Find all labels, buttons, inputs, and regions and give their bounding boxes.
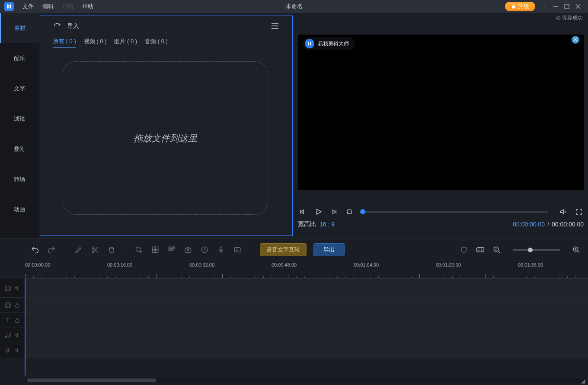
ruler-mark: 00:01:36.00 (518, 262, 543, 267)
tab-image[interactable]: 图片 ( 0 ) (114, 38, 137, 48)
watermark-logo-icon (305, 39, 314, 48)
close-icon[interactable] (572, 1, 584, 12)
play-icon[interactable] (313, 207, 323, 216)
track-video-2[interactable] (0, 298, 588, 313)
ruler-mark: 00:00:48.00 (272, 262, 297, 267)
sidebar-item-animation[interactable]: 动画 (0, 194, 39, 225)
menu-help[interactable]: 帮助 (78, 0, 98, 13)
timeline-scrollbar-thumb[interactable] (27, 379, 157, 382)
grid-icon[interactable] (167, 245, 176, 255)
fit-icon[interactable] (476, 245, 485, 255)
tab-audio[interactable]: 音频 ( 0 ) (145, 38, 168, 48)
music-icon (4, 332, 11, 339)
volume-small-icon (14, 347, 21, 354)
volume-icon[interactable] (559, 207, 568, 216)
mic-icon[interactable] (216, 245, 226, 255)
time-separator: / (547, 221, 549, 228)
timeline-scrollbar[interactable] (25, 378, 584, 382)
progress-thumb[interactable] (360, 209, 365, 214)
refresh-icon[interactable] (53, 22, 61, 30)
sidebar-item-music[interactable]: 配乐 (0, 43, 39, 73)
svg-rect-26 (185, 248, 191, 252)
svg-rect-30 (234, 248, 240, 252)
trash-icon[interactable] (107, 245, 116, 255)
track-head-video-1[interactable] (0, 279, 25, 297)
sidebar-item-transition[interactable]: 转场 (0, 164, 39, 194)
pencil-icon[interactable] (74, 245, 83, 255)
minimize-icon[interactable] (550, 1, 561, 12)
mosaic-icon[interactable] (150, 245, 160, 255)
svg-rect-31 (477, 248, 484, 252)
menu-export[interactable]: 导出 (58, 0, 78, 13)
upper-region: 素材 配乐 文字 滤镜 叠附 转场 动画 导入 所有 ( 0 ) 视频 ( 0 … (0, 13, 588, 238)
more-icon[interactable]: ⋮ (539, 1, 550, 12)
menu-edit[interactable]: 编辑 (38, 0, 58, 13)
track-text[interactable] (0, 313, 588, 328)
progress-slider[interactable] (360, 211, 548, 213)
menu-file[interactable]: 文件 (18, 0, 38, 13)
import-button[interactable]: 导入 (67, 22, 79, 30)
ratio-value[interactable]: 16 : 9 (320, 221, 335, 228)
preview-canvas[interactable] (298, 35, 584, 190)
timeline-export-button[interactable]: 导出 (313, 243, 345, 256)
ruler-mark: 00:01:04.00 (354, 262, 379, 267)
svg-rect-22 (171, 247, 173, 248)
svg-rect-42 (7, 348, 9, 351)
svg-rect-34 (5, 286, 10, 290)
speech-to-text-button[interactable]: 语音文字互转 (260, 243, 307, 256)
tab-all[interactable]: 所有 ( 0 ) (53, 38, 76, 48)
sidebar-item-media[interactable]: 素材 (0, 13, 39, 43)
speed-icon[interactable] (200, 245, 209, 255)
close-watermark-icon[interactable]: ✕ (572, 36, 579, 44)
total-time: 00:00:00.00 (552, 221, 584, 228)
svg-rect-3 (565, 4, 569, 9)
track-video-1[interactable] (0, 279, 588, 298)
list-view-icon[interactable] (271, 22, 279, 31)
scissors-icon[interactable] (90, 245, 100, 255)
undo-icon[interactable] (30, 245, 40, 255)
track-head-voice[interactable] (0, 343, 25, 358)
fullscreen-icon[interactable] (574, 207, 584, 216)
svg-rect-23 (173, 247, 175, 248)
timeline-ruler[interactable]: 00:00:00.00 00:00:16.00 00:00:32.00 00:0… (25, 261, 588, 279)
svg-rect-18 (156, 247, 158, 249)
dropzone[interactable]: 拖放文件到这里 (63, 61, 268, 215)
shield-icon[interactable] (459, 245, 469, 255)
resize-grip-icon[interactable]: ◢ (581, 378, 587, 384)
zoom-out-icon[interactable] (492, 245, 502, 255)
upgrade-button[interactable]: 升级 (505, 2, 535, 11)
sidebar-item-filter[interactable]: 滤镜 (0, 104, 39, 134)
track-head-text[interactable] (0, 313, 25, 328)
track-head-music[interactable] (0, 328, 25, 343)
svg-rect-19 (152, 250, 155, 253)
sidebar-item-text[interactable]: 文字 (0, 73, 39, 104)
track-head-video-2[interactable] (0, 298, 25, 312)
stop-icon[interactable] (345, 207, 354, 216)
svg-rect-37 (5, 303, 10, 308)
crop-icon[interactable] (134, 245, 144, 255)
svg-rect-40 (16, 305, 19, 307)
redo-icon[interactable] (47, 245, 56, 255)
tab-video[interactable]: 视频 ( 0 ) (84, 38, 107, 48)
caption-icon[interactable] (233, 245, 242, 255)
svg-rect-14 (347, 210, 351, 213)
lock-small-icon (14, 317, 21, 324)
current-time: 00:00:00.00 (513, 221, 545, 228)
preview-watermark: 易我剪辑大师 (302, 37, 355, 50)
maximize-icon[interactable] (561, 1, 572, 12)
camera-icon[interactable] (183, 245, 193, 255)
next-frame-icon[interactable] (329, 207, 339, 216)
zoom-thumb[interactable] (528, 248, 533, 252)
track-music[interactable] (0, 328, 588, 343)
sidebar-item-overlay[interactable]: 叠附 (0, 134, 39, 164)
zoom-in-icon[interactable] (572, 245, 581, 255)
prev-frame-icon[interactable] (298, 207, 307, 216)
ruler-mark: 00:00:16.00 (107, 262, 132, 267)
track-voice[interactable] (0, 343, 588, 358)
volume-small-icon (14, 285, 21, 292)
ruler-mark: 00:01:20.00 (436, 262, 461, 267)
lock-small-icon (14, 302, 21, 309)
transport-bar (298, 203, 584, 220)
dropzone-text: 拖放文件到这里 (134, 132, 197, 144)
zoom-slider[interactable] (513, 249, 560, 251)
